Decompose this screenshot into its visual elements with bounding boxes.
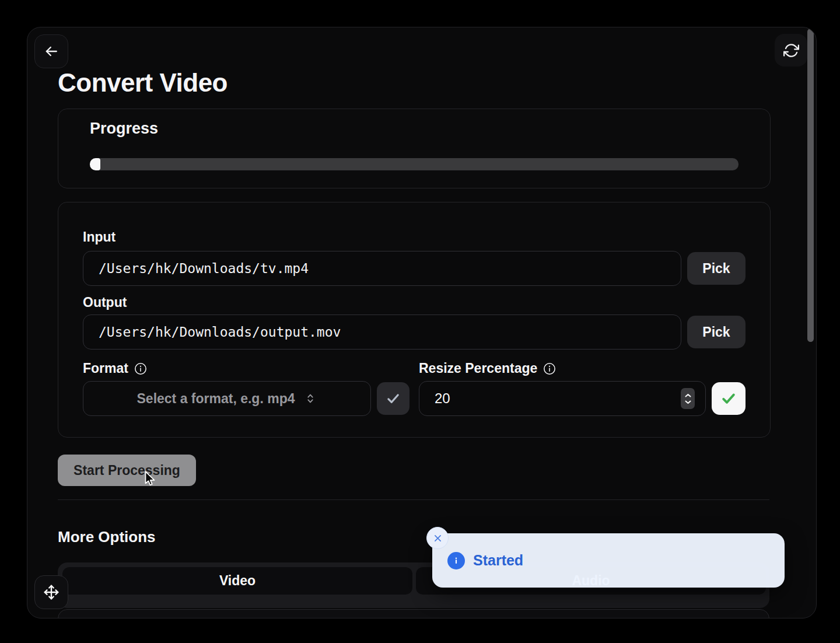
resize-apply-button[interactable] [712, 382, 746, 415]
input-label: Input [83, 229, 116, 245]
resize-percentage-label: Resize Percentage [419, 361, 556, 376]
chevron-down-icon [684, 400, 692, 404]
format-label: Format [83, 361, 147, 376]
progress-bar [90, 158, 738, 170]
conversion-settings-card: Input /Users/hk/Downloads/tv.mp4 Pick Ou… [58, 202, 771, 438]
start-processing-button[interactable]: Start Processing [58, 455, 196, 486]
output-path-field[interactable]: /Users/hk/Downloads/output.mov [83, 314, 681, 350]
format-label-text: Format [83, 361, 128, 376]
toast-notification: Started [432, 533, 785, 588]
move-icon [43, 583, 60, 601]
back-button[interactable] [34, 34, 68, 68]
output-path-value: /Users/hk/Downloads/output.mov [99, 324, 341, 340]
more-options-title: More Options [58, 528, 156, 546]
chevron-up-icon [684, 393, 692, 398]
output-pick-button[interactable]: Pick [687, 316, 746, 348]
refresh-icon [783, 43, 799, 58]
info-icon [543, 362, 556, 375]
progress-title: Progress [90, 120, 158, 138]
resize-percentage-value: 20 [435, 390, 450, 407]
resize-label-text: Resize Percentage [419, 361, 537, 376]
drag-handle-button[interactable] [34, 575, 68, 609]
info-icon [447, 552, 465, 569]
number-stepper[interactable] [681, 388, 695, 409]
info-icon [134, 362, 147, 375]
input-path-value: /Users/hk/Downloads/tv.mp4 [99, 261, 309, 276]
format-apply-button[interactable] [377, 382, 410, 415]
divider [58, 499, 769, 500]
progress-thumb [90, 158, 100, 170]
page-background: Convert Video Progress Input /Users/hk/D… [0, 0, 840, 643]
close-icon [433, 533, 443, 543]
arrow-left-icon [43, 43, 60, 60]
input-pick-button[interactable]: Pick [687, 252, 746, 285]
input-path-field[interactable]: /Users/hk/Downloads/tv.mp4 [83, 251, 681, 286]
toast-close-button[interactable] [426, 527, 449, 549]
check-icon [386, 391, 401, 406]
refresh-button[interactable] [775, 34, 807, 67]
output-label: Output [83, 295, 127, 310]
toast-message: Started [473, 552, 523, 569]
info-glyph [452, 556, 461, 565]
format-select[interactable]: Select a format, e.g. mp4 [83, 381, 371, 416]
progress-card: Progress [58, 109, 771, 188]
next-section-partial [58, 609, 769, 618]
check-icon [720, 390, 737, 407]
scrollbar-thumb[interactable] [807, 29, 814, 342]
format-placeholder: Select a format, e.g. mp4 [137, 391, 295, 407]
page-title: Convert Video [58, 68, 228, 97]
resize-percentage-input[interactable]: 20 [419, 381, 706, 416]
section-header-video[interactable]: Video [62, 567, 412, 595]
app-window: Convert Video Progress Input /Users/hk/D… [27, 27, 817, 618]
chevron-up-down-icon [304, 392, 317, 405]
